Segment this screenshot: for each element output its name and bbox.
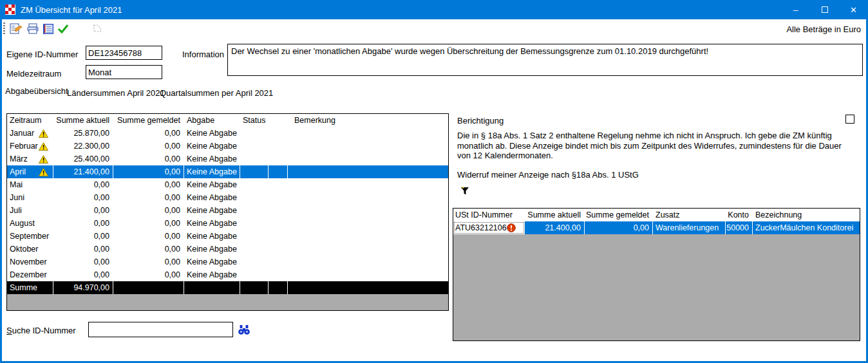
close-button[interactable]: ✕	[839, 0, 868, 19]
month-label: Januar	[10, 127, 34, 140]
month-label: September	[10, 230, 49, 243]
confirm-button[interactable]	[56, 22, 70, 36]
summe-gemeldet-cell: 0,00	[113, 256, 184, 268]
column-header: Zusatz	[653, 209, 726, 221]
summe-gemeldet-cell: 0,00	[113, 153, 184, 165]
table-header-row: USt ID-Nummer Summe aktuell Summe gemeld…	[453, 209, 860, 221]
printer-icon	[26, 23, 39, 35]
table-row[interactable]: Juli 0,00 0,00 Keine Abgabe	[7, 204, 448, 217]
bemerkung-cell	[288, 256, 448, 268]
month-label: Oktober	[10, 243, 38, 256]
summe-gemeldet-cell: 0,00	[113, 140, 184, 153]
abgabe-cell: Keine Abgabe	[184, 217, 240, 230]
summe-gemeldet-cell: 0,00	[113, 191, 184, 204]
bemerkung-cell	[288, 153, 448, 165]
edit-form-button[interactable]	[9, 22, 23, 36]
window-border-left	[0, 0, 2, 363]
summe-gemeldet-cell: 0,00	[113, 204, 184, 217]
print-button[interactable]	[26, 22, 40, 36]
column-header: Bemerkung	[288, 114, 448, 127]
search-button[interactable]	[237, 323, 251, 336]
table-row[interactable]: Februar 22.300,00 0,00 Keine Abgabe	[7, 140, 448, 153]
filter-icon	[460, 186, 470, 196]
tab-quartalsummen[interactable]: Quartalsummen per April 2021	[160, 88, 273, 98]
summe-aktuell-total: 94.970,00	[53, 281, 113, 294]
status-cell	[240, 140, 269, 153]
filter-button[interactable]	[459, 185, 471, 196]
table-row[interactable]: Juni 0,00 0,00 Keine Abgabe	[7, 191, 448, 204]
warning-icon	[39, 168, 48, 176]
bemerkung-cell	[288, 204, 448, 217]
table-row[interactable]: November 0,00 0,00 Keine Abgabe	[7, 256, 448, 268]
abgabe-cell: Keine Abgabe	[184, 191, 240, 204]
summe-aktuell-cell: 25.400,00	[53, 153, 113, 165]
abgabe-cell: Keine Abgabe	[184, 230, 240, 243]
amounts-note: Alle Beträge in Euro	[786, 24, 861, 34]
abgabe-cell: Keine Abgabe	[184, 153, 240, 165]
summe-aktuell-cell: 0,00	[53, 230, 113, 243]
status-cell	[240, 127, 269, 140]
table-row[interactable]: Oktober 0,00 0,00 Keine Abgabe	[7, 243, 448, 256]
table-row-selected[interactable]: April 21.400,00 0,00 Keine Abgabe	[7, 165, 448, 178]
berichtigung-text: Die in § 18a Abs. 1 Satz 2 enthaltene Re…	[457, 131, 855, 161]
extra-cell	[269, 268, 288, 281]
information-box: Der Wechsel zu einer 'monatlichen Abgabe…	[227, 44, 863, 76]
bemerkung-cell	[288, 230, 448, 243]
status-cell	[240, 217, 269, 230]
month-label: November	[10, 256, 47, 268]
column-header: USt ID-Nummer	[453, 209, 525, 221]
eigene-id-input[interactable]	[86, 46, 162, 60]
extra-cell	[269, 204, 288, 217]
konto-cell: 50000	[726, 221, 753, 234]
status-cell	[240, 268, 269, 281]
summe-gemeldet-cell: 0,00	[585, 221, 653, 234]
status-cell	[240, 178, 269, 191]
table-row[interactable]: August 0,00 0,00 Keine Abgabe	[7, 217, 448, 230]
abgabe-cell: Keine Abgabe	[184, 204, 240, 217]
summe-aktuell-cell: 21.400,00	[525, 221, 585, 234]
maximize-button[interactable]	[810, 0, 839, 19]
status-cell	[240, 165, 269, 178]
table-row[interactable]: März 25.400,00 0,00 Keine Abgabe	[7, 153, 448, 165]
table-row-selected[interactable]: ATU63212106 21.400,00 0,00 Warenlieferun…	[453, 221, 860, 234]
ust-id-cell[interactable]: ATU63212106	[453, 221, 525, 234]
extra-cell	[269, 153, 288, 165]
summe-aktuell-cell: 0,00	[53, 191, 113, 204]
meldezeitraum-label: Meldezeitraum	[6, 69, 61, 79]
search-label: Suche ID-Nummer	[6, 326, 76, 335]
summe-aktuell-cell: 21.400,00	[53, 165, 113, 178]
table-row[interactable]: Mai 0,00 0,00 Keine Abgabe	[7, 178, 448, 191]
disabled-action-button	[90, 22, 104, 36]
minimize-button[interactable]: –	[781, 0, 810, 19]
tab-laendersummen[interactable]: Ländersummen April 2021	[67, 88, 165, 98]
search-input[interactable]	[88, 322, 233, 337]
status-cell	[240, 256, 269, 268]
table-row[interactable]: September 0,00 0,00 Keine Abgabe	[7, 230, 448, 243]
month-label: August	[10, 217, 35, 230]
column-header: Summe gemeldet	[113, 114, 184, 127]
abgabe-cell: Keine Abgabe	[184, 140, 240, 153]
status-cell	[240, 243, 269, 256]
abgabe-cell: Keine Abgabe	[184, 165, 240, 178]
maximize-icon	[822, 6, 828, 13]
bemerkung-cell	[288, 217, 448, 230]
berichtigung-checkbox[interactable]	[845, 115, 854, 124]
summe-row: Summe 94.970,00	[7, 281, 448, 294]
report-list-button[interactable]	[41, 22, 55, 36]
summe-aktuell-cell: 0,00	[53, 178, 113, 191]
meldezeitraum-input[interactable]	[86, 65, 162, 79]
toolbar-grip[interactable]	[3, 23, 5, 35]
ust-id-table: USt ID-Nummer Summe aktuell Summe gemeld…	[453, 208, 860, 341]
monthly-summary-table: Zeitraum Summe aktuell Summe gemeldet Ab…	[6, 113, 449, 311]
bezeichnung-cell: ZuckerMäulchen Konditorei	[753, 221, 860, 234]
table-row[interactable]: Januar 25.870,00 0,00 Keine Abgabe	[7, 127, 448, 140]
summe-aktuell-cell: 0,00	[53, 217, 113, 230]
list-icon	[42, 23, 54, 35]
column-header: Abgabe	[184, 114, 240, 127]
warning-icon	[39, 142, 48, 151]
month-label: April	[10, 165, 26, 178]
summe-gemeldet-cell: 0,00	[113, 243, 184, 256]
table-row[interactable]: Dezember 0,00 0,00 Keine Abgabe	[7, 268, 448, 281]
tab-abgabeuebersicht[interactable]: Abgabeübersicht	[5, 86, 68, 96]
status-cell	[240, 191, 269, 204]
